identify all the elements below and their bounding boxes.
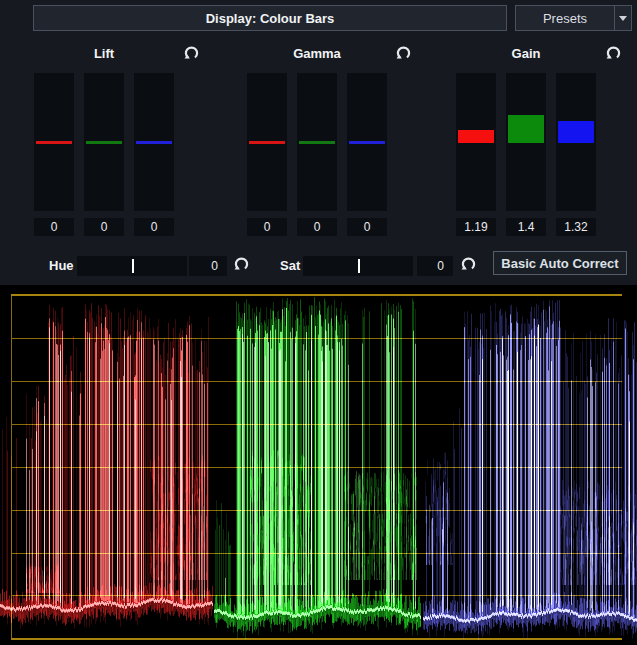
lift-red-value[interactable]: 0 xyxy=(34,218,74,236)
hue-label: Hue xyxy=(49,258,74,273)
gamma-green-handle[interactable] xyxy=(299,141,335,144)
gain-green-handle[interactable] xyxy=(508,115,544,143)
lift-blue-handle[interactable] xyxy=(136,141,172,144)
presets-dropdown-toggle[interactable] xyxy=(614,6,631,30)
gain-blue-slider[interactable] xyxy=(556,73,596,211)
gamma-title: Gamma xyxy=(293,46,341,61)
gain-blue-value[interactable]: 1.32 xyxy=(556,218,596,236)
lift-green-handle[interactable] xyxy=(86,141,122,144)
sat-reset-icon[interactable] xyxy=(460,255,477,272)
gain-green-slider[interactable] xyxy=(506,73,546,211)
lift-blue-slider[interactable] xyxy=(134,73,174,211)
sat-slider-marker[interactable] xyxy=(358,259,360,273)
gamma-blue-slider[interactable] xyxy=(347,73,387,211)
sat-label: Sat xyxy=(280,258,300,273)
gain-blue-handle[interactable] xyxy=(558,121,594,143)
lift-blue-value[interactable]: 0 xyxy=(134,218,174,236)
gain-title: Gain xyxy=(512,46,541,61)
sat-value[interactable]: 0 xyxy=(417,256,453,276)
gain-red-value[interactable]: 1.19 xyxy=(456,218,496,236)
basic-auto-correct-button[interactable]: Basic Auto Correct xyxy=(493,251,627,275)
gamma-reset-icon[interactable] xyxy=(395,44,412,61)
hue-value[interactable]: 0 xyxy=(189,256,227,276)
lift-red-slider[interactable] xyxy=(34,73,74,211)
gamma-red-value[interactable]: 0 xyxy=(247,218,287,236)
gamma-blue-value[interactable]: 0 xyxy=(347,218,387,236)
presets-button[interactable]: Presets xyxy=(515,5,632,31)
gain-green-value[interactable]: 1.4 xyxy=(506,218,546,236)
lift-red-handle[interactable] xyxy=(36,141,72,144)
rgb-parade-waveform xyxy=(0,285,637,645)
lift-title: Lift xyxy=(94,46,114,61)
hue-reset-icon[interactable] xyxy=(233,255,250,272)
gain-red-handle[interactable] xyxy=(458,130,494,143)
gain-reset-icon[interactable] xyxy=(605,44,622,61)
hue-slider[interactable] xyxy=(77,256,187,276)
gamma-green-slider[interactable] xyxy=(297,73,337,211)
colour-correct-panel: Display: Colour Bars Presets Lift Gamma … xyxy=(0,0,637,645)
gamma-blue-handle[interactable] xyxy=(349,141,385,144)
sat-slider[interactable] xyxy=(303,256,413,276)
lift-green-slider[interactable] xyxy=(84,73,124,211)
gamma-red-slider[interactable] xyxy=(247,73,287,211)
gamma-red-handle[interactable] xyxy=(249,141,285,144)
waveform-scope xyxy=(0,285,637,645)
lift-green-value[interactable]: 0 xyxy=(84,218,124,236)
chevron-down-icon xyxy=(619,16,627,21)
gain-red-slider[interactable] xyxy=(456,73,496,211)
display-source-button[interactable]: Display: Colour Bars xyxy=(33,5,507,31)
presets-label: Presets xyxy=(516,6,614,30)
hue-slider-marker[interactable] xyxy=(132,259,134,273)
gamma-green-value[interactable]: 0 xyxy=(297,218,337,236)
lift-reset-icon[interactable] xyxy=(183,44,200,61)
